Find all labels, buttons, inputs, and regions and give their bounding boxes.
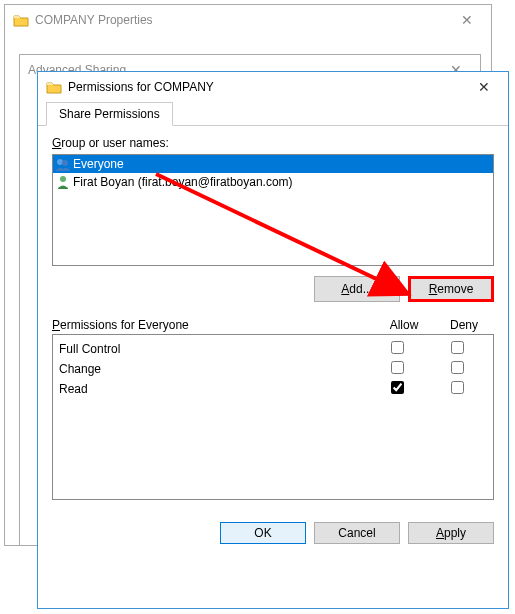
permissions-titlebar: Permissions for COMPANY ✕	[38, 72, 508, 102]
list-item[interactable]: Everyone	[53, 155, 493, 173]
allow-change-checkbox[interactable]	[391, 361, 404, 374]
group-listbox[interactable]: Everyone Firat Boyan (firat.boyan@firatb…	[52, 154, 494, 266]
user-icon	[55, 174, 71, 190]
permissions-table: Full Control Change Read	[52, 334, 494, 500]
perm-name: Read	[59, 382, 367, 396]
deny-header: Deny	[434, 318, 494, 332]
table-row: Full Control	[59, 339, 487, 359]
remove-button-rest: emove	[437, 282, 473, 296]
allow-read-checkbox[interactable]	[391, 381, 404, 394]
perm-name: Full Control	[59, 342, 367, 356]
tabstrip: Share Permissions	[38, 102, 508, 126]
perm-name: Change	[59, 362, 367, 376]
svg-point-2	[60, 176, 66, 182]
list-item[interactable]: Firat Boyan (firat.boyan@firatboyan.com)	[53, 173, 493, 191]
ok-button[interactable]: OK	[220, 522, 306, 544]
add-button[interactable]: Add...	[314, 276, 400, 302]
permissions-title: Permissions for COMPANY	[68, 80, 464, 94]
deny-full-control-checkbox[interactable]	[451, 341, 464, 354]
list-item-label: Everyone	[73, 157, 124, 171]
svg-point-1	[62, 160, 68, 166]
properties-title: COMPANY Properties	[35, 13, 447, 27]
deny-read-checkbox[interactable]	[451, 381, 464, 394]
allow-full-control-checkbox[interactable]	[391, 341, 404, 354]
table-row: Read	[59, 379, 487, 399]
group-icon	[55, 156, 71, 172]
apply-button-rest: pply	[444, 526, 466, 540]
close-icon[interactable]: ✕	[464, 76, 504, 98]
cancel-button[interactable]: Cancel	[314, 522, 400, 544]
remove-button[interactable]: Remove	[408, 276, 494, 302]
group-label: Group or user names:	[52, 136, 494, 150]
deny-change-checkbox[interactable]	[451, 361, 464, 374]
tab-share-permissions[interactable]: Share Permissions	[46, 102, 173, 126]
folder-icon	[13, 12, 29, 28]
permissions-for-label: Permissions for Everyone	[52, 318, 374, 332]
add-button-rest: dd...	[349, 282, 372, 296]
permissions-window: Permissions for COMPANY ✕ Share Permissi…	[37, 71, 509, 609]
svg-point-0	[57, 159, 63, 165]
list-item-label: Firat Boyan (firat.boyan@firatboyan.com)	[73, 175, 293, 189]
allow-header: Allow	[374, 318, 434, 332]
properties-titlebar: COMPANY Properties ✕	[5, 5, 491, 35]
apply-button[interactable]: Apply	[408, 522, 494, 544]
close-icon[interactable]: ✕	[447, 9, 487, 31]
table-row: Change	[59, 359, 487, 379]
folder-icon	[46, 79, 62, 95]
